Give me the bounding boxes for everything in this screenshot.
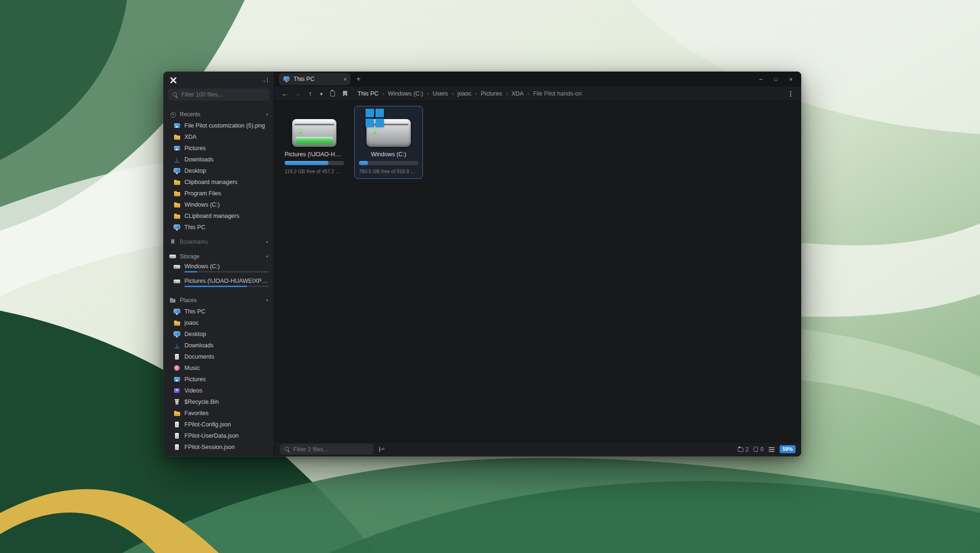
- sidebar-item-windows-c[interactable]: Windows (C:): [163, 199, 274, 210]
- recycle-bin-icon: [173, 398, 181, 406]
- sidebar-place-pictures[interactable]: Pictures: [163, 374, 274, 385]
- content-filter-input[interactable]: [293, 446, 369, 453]
- folder-icon: [173, 201, 181, 208]
- pin-arrow-icon: →: [261, 77, 267, 83]
- section-header-places[interactable]: Places ▾: [163, 295, 274, 306]
- sidebar-item-label: CLipboard managers: [184, 213, 239, 219]
- status-counters: 2 0 59%: [738, 445, 796, 453]
- main-pane: This PC × + − □ × ← → ↑ ▾ This PC › Wind…: [274, 72, 801, 457]
- file-pilot-window: → Recents ▾ File Pilot customization (5)…: [163, 72, 801, 457]
- minimize-button[interactable]: −: [753, 72, 768, 87]
- drive-usage-bar: [285, 161, 344, 165]
- breadcrumb-separator: ›: [427, 90, 429, 97]
- chevron-down-icon: ▾: [266, 254, 268, 259]
- content-filter-box[interactable]: [280, 444, 373, 455]
- folder-icon: [173, 409, 181, 417]
- breadcrumb-users[interactable]: Users: [432, 90, 448, 97]
- breadcrumb-windows-c[interactable]: Windows (C:): [388, 90, 423, 97]
- sidebar-item-desktop[interactable]: Desktop: [163, 165, 274, 176]
- breadcrumb-joaoc[interactable]: joaoc: [457, 90, 471, 97]
- maximize-button[interactable]: □: [768, 72, 783, 87]
- sidebar-item-label: Downloads: [184, 156, 214, 163]
- sidebar-place-joaoc[interactable]: joaoc: [163, 317, 274, 329]
- sidebar-filter-input[interactable]: [181, 91, 265, 98]
- section-header-storage[interactable]: Storage ▾: [163, 251, 274, 262]
- sidebar-item-clipboard-managers-2[interactable]: CLipboard managers: [163, 210, 274, 222]
- sidebar-item-clipboard-managers[interactable]: Clipboard managers: [163, 176, 274, 188]
- sidebar-item-label: FPilot-Session.json: [184, 444, 235, 450]
- sidebar-place-fpilot-userdata[interactable]: FPilot-UserData.json: [163, 430, 274, 441]
- sidebar-item-label: File Pilot customization (5).png: [184, 122, 265, 129]
- up-button[interactable]: ↑: [304, 88, 316, 100]
- zoom-level-badge[interactable]: 59%: [780, 445, 796, 453]
- sidebar-item-label: Pictures: [184, 145, 206, 152]
- copy-path-button[interactable]: [327, 88, 338, 100]
- sidebar-place-videos[interactable]: Videos: [163, 385, 274, 396]
- search-icon: [284, 447, 290, 452]
- sidebar-place-this-pc[interactable]: This PC: [163, 306, 274, 317]
- clipboard-icon: [330, 91, 335, 96]
- breadcrumb-pictures[interactable]: Pictures: [481, 90, 502, 97]
- chevron-down-icon: ▾: [266, 112, 268, 117]
- tab-close-icon[interactable]: ×: [343, 76, 347, 82]
- folder-icon: [173, 212, 181, 220]
- breadcrumb-xda[interactable]: XDA: [511, 90, 524, 97]
- folder-icon: [173, 133, 181, 141]
- sidebar-item-xda[interactable]: XDA: [163, 131, 274, 143]
- tab-bar: This PC × + − □ ×: [274, 72, 801, 87]
- breadcrumb-file-pilot-hands-on[interactable]: File Pilot hands-on: [533, 90, 582, 97]
- back-button[interactable]: ←: [279, 88, 291, 100]
- tab-title: This PC: [294, 76, 340, 82]
- sidebar-item-label: FPilot-UserData.json: [184, 433, 239, 439]
- sidebar-place-recycle-bin[interactable]: $Recycle.Bin: [163, 396, 274, 408]
- chevron-down-icon: ▾: [266, 240, 268, 244]
- sidebar-place-fpilot-session[interactable]: FPilot-Session.json: [163, 441, 274, 453]
- sidebar-filter-box[interactable]: [168, 88, 269, 101]
- drive-slot: [295, 124, 334, 126]
- forward-button[interactable]: →: [292, 88, 303, 100]
- drive-tile-windows-c[interactable]: Windows (C:) 780.5 GB free of 918.9 GB .…: [354, 106, 423, 179]
- sidebar-item-downloads[interactable]: Downloads: [163, 154, 274, 165]
- sidebar-place-downloads[interactable]: Downloads: [163, 340, 274, 351]
- sidebar-scroll-area[interactable]: Recents ▾ File Pilot customization (5).p…: [163, 105, 274, 457]
- breadcrumb-separator: ›: [527, 90, 529, 97]
- folder-icon: [173, 178, 181, 186]
- sidebar-place-music[interactable]: Music: [163, 362, 274, 374]
- drive-icon: [173, 278, 181, 285]
- sidebar-place-fpilot-config[interactable]: FPilot-Config.json: [163, 419, 274, 430]
- drive-icon: [290, 113, 339, 148]
- sidebar-place-desktop[interactable]: Desktop: [163, 329, 274, 340]
- sidebar-item-program-files[interactable]: Program Files: [163, 188, 274, 199]
- drive-usage-bar: [359, 161, 418, 165]
- more-options-button[interactable]: [785, 88, 797, 100]
- view-mode-icon[interactable]: [769, 447, 774, 452]
- tab-this-pc[interactable]: This PC ×: [279, 73, 351, 85]
- drive-tile-pictures-network[interactable]: Pictures (\\JOAO-HUA... 119.2 GB free of…: [280, 106, 349, 179]
- sidebar-place-documents[interactable]: Documents: [163, 351, 274, 362]
- search-icon: [172, 92, 178, 97]
- sidebar-pin-button[interactable]: →: [261, 77, 268, 83]
- sidebar-storage-pictures-network[interactable]: Pictures (\\JOAO-HUAWEIXPRO) ...: [163, 277, 274, 291]
- section-header-recents[interactable]: Recents ▾: [163, 109, 274, 120]
- new-tab-button[interactable]: +: [352, 73, 365, 85]
- filter-options-icon[interactable]: [378, 447, 384, 452]
- folder-content-area[interactable]: Pictures (\\JOAO-HUA... 119.2 GB free of…: [274, 101, 801, 441]
- sidebar-item-label: Program Files: [184, 190, 221, 197]
- bookmark-button[interactable]: [339, 88, 351, 100]
- sidebar-place-favorites[interactable]: Favorites: [163, 408, 274, 419]
- bookmark-icon: [169, 238, 176, 246]
- history-dropdown-button[interactable]: ▾: [317, 88, 326, 100]
- breadcrumb-this-pc[interactable]: This PC: [358, 90, 378, 97]
- sidebar-item-recent-png[interactable]: File Pilot customization (5).png: [163, 120, 274, 131]
- image-icon: [173, 122, 181, 129]
- sidebar-item-label: Music: [184, 365, 200, 371]
- monitor-icon: [173, 224, 181, 231]
- breadcrumb-separator: ›: [452, 90, 454, 97]
- close-button[interactable]: ×: [783, 72, 798, 87]
- section-header-bookmarks[interactable]: Bookmarks ▾: [163, 236, 274, 248]
- sidebar-item-label: FPilot-Config.json: [184, 421, 231, 428]
- sidebar-item-this-pc[interactable]: This PC: [163, 222, 274, 233]
- sidebar-storage-windows-c[interactable]: Windows (C:): [163, 262, 274, 277]
- sidebar-item-pictures[interactable]: Pictures: [163, 143, 274, 154]
- breadcrumb: This PC › Windows (C:) › Users › joaoc ›…: [358, 90, 784, 97]
